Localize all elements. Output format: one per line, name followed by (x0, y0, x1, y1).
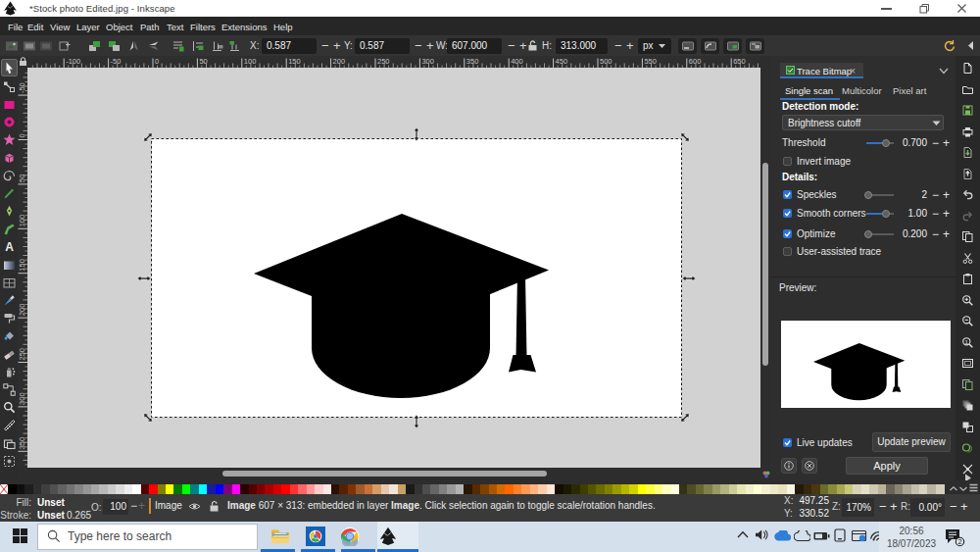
svg-text:2: 2 (957, 537, 961, 546)
svg-text:1: 1 (965, 338, 969, 344)
